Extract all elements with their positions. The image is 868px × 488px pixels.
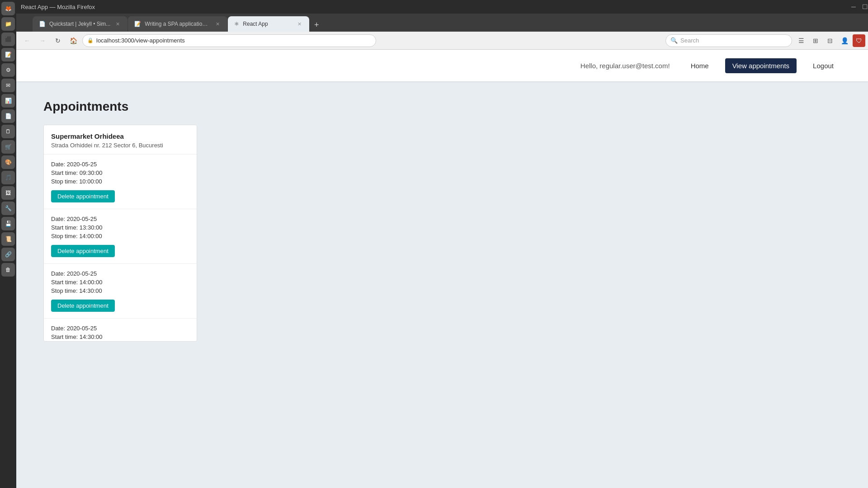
forward-button[interactable]: → xyxy=(36,34,49,47)
os-icon-script[interactable]: 📜 xyxy=(1,232,15,246)
reload-button[interactable]: ↻ xyxy=(52,34,64,47)
maximize-icon[interactable]: ☐ xyxy=(862,3,868,10)
os-icon-paint[interactable]: 🎨 xyxy=(1,155,15,169)
appt2-date: Date: 2020-05-25 xyxy=(51,216,189,222)
home-button[interactable]: 🏠 xyxy=(67,34,80,47)
app-navbar: Hello, regular.user@test.com! Home View … xyxy=(16,50,868,81)
location-address: Strada Orhiddei nr. 212 Sector 6, Bucure… xyxy=(51,142,189,149)
main-area: Appointments Supermarket Orhideea Strada… xyxy=(16,81,868,360)
appt1-date: Date: 2020-05-25 xyxy=(51,161,189,168)
appointment-item-1: Date: 2020-05-25 Start time: 09:30:00 St… xyxy=(44,155,197,209)
browser-tab-2[interactable]: 📝 Writing a SPA application ... ✕ xyxy=(128,16,227,32)
appt4-start: Start time: 14:30:00 xyxy=(51,333,189,340)
delete-appt3-button[interactable]: Delete appointment xyxy=(51,300,115,312)
os-icon-doc[interactable]: 📄 xyxy=(1,109,15,123)
search-icon: 🔍 xyxy=(670,37,678,44)
tab-bar: 📄 Quickstart | Jekyll • Sim... ✕ 📝 Writi… xyxy=(16,14,868,32)
appointment-item-2: Date: 2020-05-25 Start time: 13:30:00 St… xyxy=(44,209,197,264)
tab-groups-btn[interactable]: ⊟ xyxy=(824,34,836,47)
os-icon-trash[interactable]: 🗑 xyxy=(1,263,15,277)
appointment-item-4: Date: 2020-05-25 Start time: 14:30:00 St… xyxy=(44,319,197,342)
search-placeholder: Search xyxy=(680,37,699,44)
nav-home[interactable]: Home xyxy=(684,58,716,73)
appt4-date: Date: 2020-05-25 xyxy=(51,325,189,332)
os-icon-terminal[interactable]: ⬛ xyxy=(1,33,15,46)
lock-icon: 🔒 xyxy=(87,38,94,43)
page-title: Appointments xyxy=(43,99,841,114)
address-bar[interactable]: 🔒 localhost:3000/view-appointments xyxy=(82,34,376,47)
location-header: Supermarket Orhideea Strada Orhiddei nr.… xyxy=(44,125,197,155)
title-bar: React App — Mozilla Firefox ─ ☐ ✕ xyxy=(16,0,868,14)
os-icon-settings[interactable]: ⚙ xyxy=(1,63,15,77)
delete-appt2-button[interactable]: Delete appointment xyxy=(51,245,115,257)
os-icon-image[interactable]: 🖼 xyxy=(1,186,15,200)
os-icon-calc[interactable]: 📊 xyxy=(1,94,15,108)
appt3-start: Start time: 14:00:00 xyxy=(51,279,189,286)
tab3-label: React App xyxy=(243,21,292,27)
os-icon-music[interactable]: 🎵 xyxy=(1,171,15,184)
os-icon-firefox[interactable]: 🦊 xyxy=(1,2,15,15)
delete-appt1-button[interactable]: Delete appointment xyxy=(51,190,115,202)
browser-tab-1[interactable]: 📄 Quickstart | Jekyll • Sim... ✕ xyxy=(33,16,127,32)
nav-logout[interactable]: Logout xyxy=(806,58,841,73)
tab1-label: Quickstart | Jekyll • Sim... xyxy=(49,21,110,27)
os-sidebar: 🦊 📁 ⬛ 📝 ⚙ ✉ 📊 📄 🗒 🛒 🎨 🎵 🖼 🔧 💾 📜 🔗 🗑 xyxy=(0,0,16,488)
sidebar-toggle[interactable]: ☰ xyxy=(795,34,807,47)
appointments-container[interactable]: Supermarket Orhideea Strada Orhiddei nr.… xyxy=(43,125,197,342)
appt3-date: Date: 2020-05-25 xyxy=(51,270,189,277)
tab2-label: Writing a SPA application ... xyxy=(145,21,210,27)
appt2-start: Start time: 13:30:00 xyxy=(51,224,189,231)
os-icon-share[interactable]: 🔗 xyxy=(1,248,15,261)
back-button[interactable]: ← xyxy=(21,34,33,47)
tab2-favicon: 📝 xyxy=(134,21,141,27)
profile-btn[interactable]: 👤 xyxy=(838,34,851,47)
browser-title: React App — Mozilla Firefox xyxy=(21,4,95,10)
nav-view-appointments[interactable]: View appointments xyxy=(725,58,797,73)
appt1-stop: Stop time: 10:00:00 xyxy=(51,178,189,185)
address-text: localhost:3000/view-appointments xyxy=(96,37,185,44)
browser-actions: ☰ ⊞ ⊟ 👤 🛡 ⋮ xyxy=(795,34,868,47)
tab3-close[interactable]: ✕ xyxy=(296,20,303,28)
appt2-stop: Stop time: 14:00:00 xyxy=(51,233,189,239)
browser-tab-3[interactable]: ⚛ React App ✕ xyxy=(228,16,309,32)
browser-search-bar[interactable]: 🔍 Search xyxy=(665,34,792,47)
os-icon-files[interactable]: 📁 xyxy=(1,17,15,31)
os-icon-amazon[interactable]: 🛒 xyxy=(1,140,15,154)
tab1-favicon: 📄 xyxy=(39,21,46,27)
os-icon-mail[interactable]: ✉ xyxy=(1,79,15,92)
location-name: Supermarket Orhideea xyxy=(51,132,189,140)
minimize-icon[interactable]: ─ xyxy=(851,3,856,10)
appt3-stop: Stop time: 14:30:00 xyxy=(51,287,189,294)
greeting-text: Hello, regular.user@test.com! xyxy=(580,62,670,70)
appt1-start: Start time: 09:30:00 xyxy=(51,169,189,176)
os-icon-disk[interactable]: 💾 xyxy=(1,217,15,230)
os-icon-editor[interactable]: 📝 xyxy=(1,48,15,61)
nav-bar: ← → ↻ 🏠 🔒 localhost:3000/view-appointmen… xyxy=(16,32,868,50)
new-tab-button[interactable]: + xyxy=(310,18,323,32)
tab3-favicon: ⚛ xyxy=(234,21,239,27)
tab2-close[interactable]: ✕ xyxy=(214,20,221,28)
os-icon-notes[interactable]: 🗒 xyxy=(1,125,15,138)
tab1-close[interactable]: ✕ xyxy=(114,20,121,28)
tab-view-btn[interactable]: ⊞ xyxy=(809,34,822,47)
appointment-item-3: Date: 2020-05-25 Start time: 14:00:00 St… xyxy=(44,264,197,319)
extensions-btn[interactable]: 🛡 xyxy=(853,34,865,47)
os-icon-dev[interactable]: 🔧 xyxy=(1,202,15,215)
app-content: Hello, regular.user@test.com! Home View … xyxy=(16,50,868,488)
